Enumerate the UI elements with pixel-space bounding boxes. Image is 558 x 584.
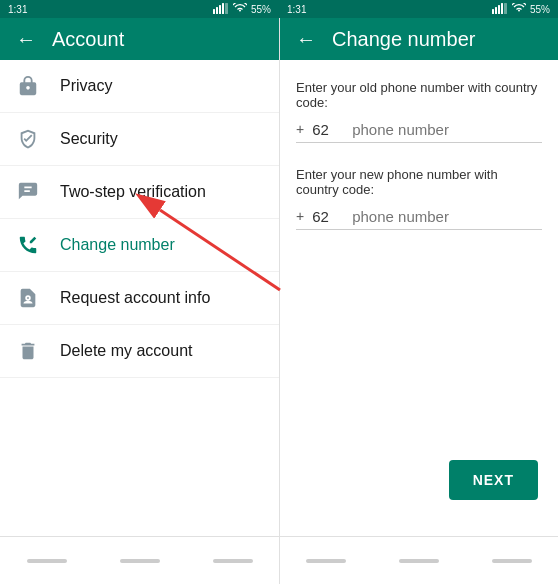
svg-rect-8 — [501, 3, 503, 14]
right-content: Enter your old phone number with country… — [280, 60, 558, 536]
menu-item-delete-account[interactable]: Delete my account — [0, 325, 279, 378]
menu-item-change-number[interactable]: Change number — [0, 219, 279, 272]
menu-label-delete-account: Delete my account — [60, 342, 193, 360]
old-number-section: Enter your old phone number with country… — [296, 80, 542, 143]
battery-right: 55% — [530, 4, 550, 15]
wifi-icon-left — [233, 3, 247, 15]
trash-icon — [16, 339, 40, 363]
nav-dot-1 — [27, 559, 67, 563]
menu-label-security: Security — [60, 130, 118, 148]
right-header: ← Change number — [280, 18, 558, 60]
old-plus-sign: + — [296, 121, 304, 137]
bottom-nav-right — [280, 536, 558, 584]
next-button[interactable]: NEXT — [449, 460, 538, 500]
new-phone-row: + 62 — [296, 207, 542, 230]
status-bar-right: 1:31 55% — [279, 0, 558, 18]
signal-icon-left — [213, 3, 229, 16]
menu-label-request-info: Request account info — [60, 289, 210, 307]
menu-label-change-number: Change number — [60, 236, 175, 254]
time-right: 1:31 — [287, 4, 306, 15]
menu-item-request-info[interactable]: Request account info — [0, 272, 279, 325]
menu-list: Privacy Security Two-step verification — [0, 60, 279, 536]
nav-dot-r3 — [492, 559, 532, 563]
svg-rect-4 — [225, 3, 228, 14]
new-plus-sign: + — [296, 208, 304, 224]
nav-dot-3 — [213, 559, 253, 563]
new-number-label: Enter your new phone number with country… — [296, 167, 542, 197]
svg-rect-7 — [498, 5, 500, 14]
right-back-button[interactable]: ← — [296, 28, 316, 51]
menu-label-privacy: Privacy — [60, 77, 112, 95]
old-number-label: Enter your old phone number with country… — [296, 80, 542, 110]
shield-icon — [16, 127, 40, 151]
left-back-button[interactable]: ← — [16, 28, 36, 51]
signal-icon-right — [492, 3, 508, 16]
left-header: ← Account — [0, 18, 279, 60]
old-phone-input[interactable] — [352, 121, 542, 138]
new-number-section: Enter your new phone number with country… — [296, 167, 542, 230]
new-country-code: 62 — [312, 208, 336, 225]
old-phone-row: + 62 — [296, 120, 542, 143]
old-country-code: 62 — [312, 121, 336, 138]
svg-rect-5 — [492, 9, 494, 14]
wifi-icon-right — [512, 3, 526, 15]
nav-dot-r2 — [399, 559, 439, 563]
svg-rect-1 — [216, 7, 218, 14]
left-panel: ← Account Privacy Security — [0, 0, 279, 584]
bottom-nav-left — [0, 536, 279, 584]
svg-rect-2 — [219, 5, 221, 14]
status-bar-left: 1:31 55% — [0, 0, 279, 18]
svg-rect-6 — [495, 7, 497, 14]
menu-item-security[interactable]: Security — [0, 113, 279, 166]
svg-rect-0 — [213, 9, 215, 14]
time-left: 1:31 — [8, 4, 27, 15]
phone-edit-icon — [16, 233, 40, 257]
lock-icon — [16, 74, 40, 98]
right-panel-title: Change number — [332, 28, 475, 51]
nav-dot-2 — [120, 559, 160, 563]
chat-dots-icon — [16, 180, 40, 204]
battery-left: 55% — [251, 4, 271, 15]
left-panel-title: Account — [52, 28, 124, 51]
menu-item-two-step[interactable]: Two-step verification — [0, 166, 279, 219]
svg-rect-3 — [222, 3, 224, 14]
menu-label-two-step: Two-step verification — [60, 183, 206, 201]
right-panel: ← Change number Enter your old phone num… — [279, 0, 558, 584]
new-phone-input[interactable] — [352, 208, 542, 225]
menu-item-privacy[interactable]: Privacy — [0, 60, 279, 113]
doc-person-icon — [16, 286, 40, 310]
svg-rect-9 — [504, 3, 507, 14]
nav-dot-r1 — [306, 559, 346, 563]
